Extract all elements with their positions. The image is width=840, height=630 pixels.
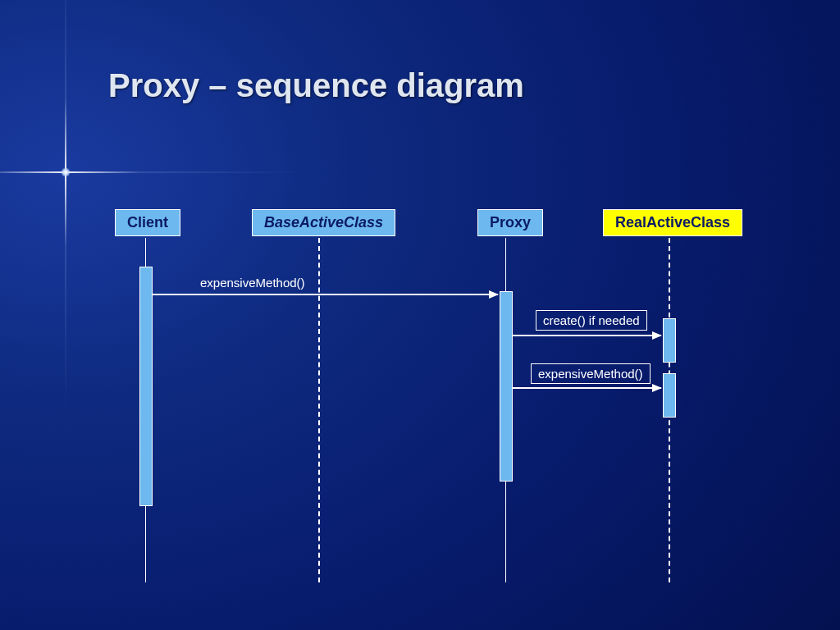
arrow-client-proxy	[153, 294, 498, 295]
arrow-proxy-real-create	[513, 335, 661, 336]
message-label-3: expensiveMethod()	[531, 363, 651, 384]
lifeline-base	[318, 238, 320, 582]
activation-real-2	[663, 373, 676, 418]
participant-proxy: Proxy	[477, 209, 543, 236]
arrow-proxy-real-expensive	[513, 387, 661, 389]
participant-realactiveclass: RealActiveClass	[603, 209, 742, 236]
slide: Proxy – sequence diagram Client BaseActi…	[0, 0, 840, 630]
sequence-diagram: Client BaseActiveClass Proxy RealActiveC…	[0, 0, 840, 630]
participant-client: Client	[115, 209, 180, 236]
participant-baseactiveclass: BaseActiveClass	[252, 209, 395, 236]
activation-proxy	[500, 291, 513, 482]
activation-client	[139, 267, 153, 506]
activation-real-1	[663, 318, 676, 363]
message-label-2: create() if needed	[536, 310, 647, 331]
message-label-1: expensiveMethod()	[197, 276, 308, 290]
